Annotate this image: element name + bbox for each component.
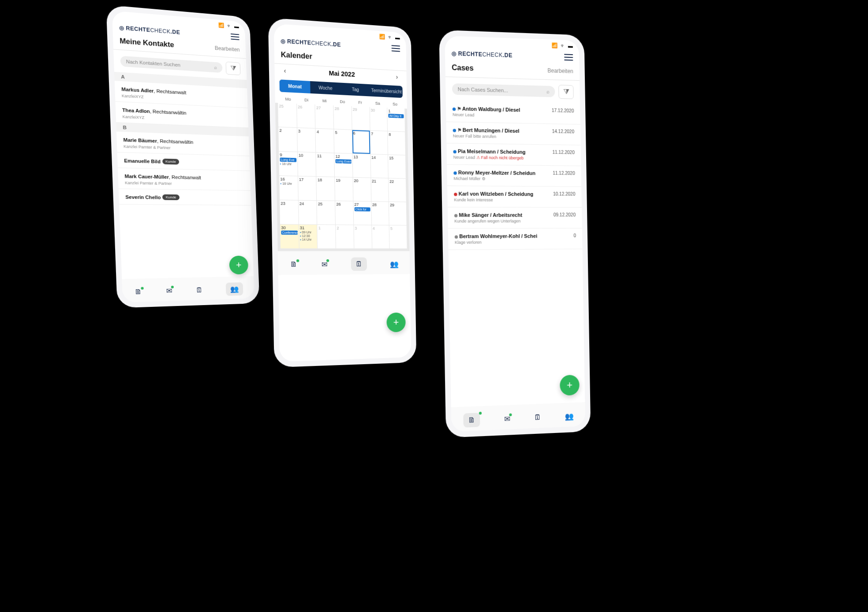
- view-tab-monat[interactable]: Monat: [279, 79, 310, 93]
- calendar-event[interactable]: 18 Uhr: [280, 162, 296, 166]
- calendar-day[interactable]: 22: [389, 179, 406, 202]
- calendar-day[interactable]: 2: [336, 225, 354, 248]
- calendar-day[interactable]: 21: [371, 178, 389, 202]
- nav-documents[interactable]: 🗎: [464, 413, 480, 428]
- calendar-day[interactable]: 5: [389, 225, 407, 248]
- calendar-day[interactable]: 29: [389, 202, 407, 225]
- calendar-day[interactable]: 12Long Event: [334, 153, 352, 177]
- calendar-event[interactable]: 14 Uhr: [300, 238, 316, 241]
- nav-contacts[interactable]: 👥: [565, 411, 573, 421]
- calendar-event[interactable]: 18 Uhr: [280, 182, 296, 185]
- calendar-day[interactable]: 28: [333, 105, 352, 130]
- calendar-day[interactable]: 7: [370, 131, 388, 154]
- nav-contacts[interactable]: 👥: [225, 282, 243, 296]
- calendar-day[interactable]: 1: [318, 225, 336, 249]
- calendar-day[interactable]: 9Long Eve18 Uhr: [279, 152, 297, 176]
- calendar-event[interactable]: Conference: [281, 231, 297, 235]
- nav-mail[interactable]: ✉: [504, 414, 510, 423]
- calendar-event[interactable]: Long Eve: [280, 157, 296, 162]
- nav-calendar[interactable]: 🗓: [195, 286, 203, 294]
- case-item[interactable]: Ronny Meyer-Meltzer / ScheidunMichael Mü…: [447, 165, 581, 187]
- calendar-day[interactable]: 10: [298, 152, 316, 176]
- case-date: 14.12.2020: [552, 129, 575, 140]
- contact-item[interactable]: Severin ChelloKunde: [119, 189, 251, 205]
- calendar-day[interactable]: 19: [335, 177, 353, 201]
- calendar-day[interactable]: 1618 Uhr: [279, 176, 298, 200]
- calendar-day[interactable]: 8: [388, 131, 405, 155]
- calendar-day[interactable]: 14: [370, 154, 388, 178]
- phone-calendar: 📶 ᯤ ▬ ◎ RECHTECHECK.DE Kalender ‹ Mai 20…: [268, 18, 416, 367]
- contact-item[interactable]: Mark Cauer-Müller, RechtsanwaltKanzlei P…: [118, 168, 251, 191]
- day-number: 12: [335, 154, 351, 159]
- calendar-day[interactable]: 2: [278, 127, 297, 151]
- nav-calendar[interactable]: 🗓: [534, 413, 542, 422]
- calendar-day[interactable]: 15: [388, 155, 406, 178]
- calendar-day[interactable]: 3: [354, 225, 372, 249]
- hamburger-icon[interactable]: [391, 45, 400, 52]
- calendar-event[interactable]: Long Event: [336, 159, 352, 164]
- day-number: 5: [335, 130, 351, 135]
- calendar-day[interactable]: 5: [334, 129, 352, 153]
- calendar-day[interactable]: 25: [317, 201, 335, 224]
- calendar-day[interactable]: 27Click for: [353, 202, 371, 225]
- calendar-day[interactable]: 24: [299, 201, 317, 224]
- calendar-day[interactable]: 27: [315, 104, 334, 129]
- case-item[interactable]: ⚑Bert Munzingen / DieselNeuer Fall bitte…: [446, 122, 581, 146]
- calendar-day[interactable]: 3: [297, 128, 316, 152]
- calendar-event[interactable]: 12:30: [300, 234, 316, 237]
- calendar-day[interactable]: 30Conference: [280, 224, 299, 248]
- calendar-day[interactable]: 26: [335, 201, 353, 225]
- calendar-day[interactable]: 11: [316, 153, 334, 176]
- filter-button[interactable]: ⧩: [558, 85, 574, 99]
- calendar-day[interactable]: 18: [317, 177, 335, 201]
- filter-button[interactable]: ⧩: [225, 62, 240, 75]
- calendar-day[interactable]: 28: [371, 202, 389, 225]
- case-item[interactable]: Pia Meiselmann / ScheidungNeuer Lead ⚠ F…: [446, 143, 581, 166]
- calendar-day[interactable]: 1All Day E: [387, 108, 405, 132]
- calendar-day[interactable]: 30: [370, 107, 387, 131]
- add-button[interactable]: +: [386, 313, 406, 332]
- case-item[interactable]: Karl von Witzleben / ScheidungKunde kein…: [447, 186, 582, 208]
- calendar-day[interactable]: 13: [352, 154, 370, 178]
- nav-contacts[interactable]: 👥: [390, 260, 399, 268]
- search-input[interactable]: Nach Cases Suchen... ⌕: [452, 83, 555, 97]
- next-month-button[interactable]: ›: [396, 73, 398, 80]
- case-item[interactable]: ⚑Anton Waldburg / DieselNeuer Lead17.12.…: [446, 101, 580, 124]
- calendar-day[interactable]: 29: [352, 106, 370, 130]
- view-tab-tag[interactable]: Tag: [340, 83, 370, 97]
- calendar-day[interactable]: 4: [316, 129, 334, 153]
- signal-icon: 📶: [379, 34, 385, 40]
- case-subtitle: Klage verloren: [455, 240, 482, 245]
- search-input[interactable]: Nach Kontakten Suchen ⌕: [120, 56, 223, 73]
- calendar-day[interactable]: 23: [280, 200, 298, 224]
- edit-button[interactable]: Bearbeiten: [215, 45, 240, 53]
- day-number: 1: [318, 226, 335, 231]
- nav-mail[interactable]: ✉: [166, 287, 172, 295]
- prev-month-button[interactable]: ‹: [284, 67, 286, 75]
- calendar-day[interactable]: 20: [353, 178, 371, 202]
- nav-calendar[interactable]: 🗓: [351, 257, 367, 271]
- calendar-day[interactable]: 4: [372, 225, 389, 249]
- nav-documents[interactable]: 🗎: [135, 287, 142, 295]
- nav-documents[interactable]: 🗎: [290, 260, 298, 269]
- view-tab-terminübersicht[interactable]: Terminübersicht: [370, 84, 403, 98]
- day-number: 5: [390, 226, 406, 231]
- day-number: 25: [279, 104, 296, 109]
- edit-button[interactable]: Bearbeiten: [547, 67, 573, 75]
- calendar-day[interactable]: 26: [297, 104, 315, 128]
- calendar-event[interactable]: Click for: [354, 207, 370, 212]
- calendar-event[interactable]: All Day E: [389, 114, 404, 119]
- case-item[interactable]: Bertram Wohlmeyer-Kohl / ScheiKlage verl…: [448, 228, 583, 250]
- calendar-day[interactable]: 17: [298, 176, 317, 200]
- hamburger-icon[interactable]: [564, 54, 573, 60]
- case-item[interactable]: Mike Sänger / ArbeitsrechtKunde angerufe…: [448, 207, 582, 228]
- nav-mail[interactable]: ✉: [322, 260, 328, 269]
- calendar-day[interactable]: 3109 Uhr12:3014 Uhr: [299, 225, 318, 249]
- contact-name: Mark Cauer-Müller: [124, 174, 169, 180]
- calendar-event[interactable]: 09 Uhr: [300, 231, 316, 234]
- funnel-icon: ⧩: [230, 64, 236, 72]
- view-tab-woche[interactable]: Woche: [310, 81, 340, 95]
- hamburger-icon[interactable]: [231, 34, 239, 40]
- calendar-day[interactable]: 6: [352, 130, 370, 154]
- calendar-day[interactable]: 25: [278, 103, 296, 127]
